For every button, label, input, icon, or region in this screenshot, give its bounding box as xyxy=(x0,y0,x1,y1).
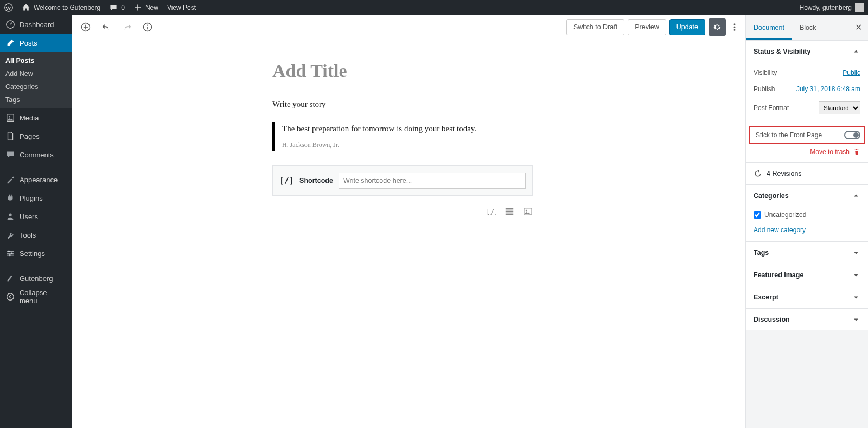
sidebar-item-dashboard[interactable]: Dashboard xyxy=(0,15,72,34)
redo-button[interactable] xyxy=(118,18,136,36)
visibility-value-link[interactable]: Public xyxy=(843,69,860,76)
svg-point-17 xyxy=(734,26,736,28)
comments-count: 0 xyxy=(121,4,125,11)
sidebar-item-appearance[interactable]: Appearance xyxy=(0,170,72,189)
panel-categories: Categories Uncategorized Add new categor… xyxy=(746,184,868,241)
svg-point-9 xyxy=(11,252,13,254)
editor-wrap: Switch to Draft Preview Update Add Title… xyxy=(72,15,868,428)
move-to-trash-link[interactable]: Move to trash xyxy=(746,148,868,162)
more-options-button[interactable] xyxy=(729,18,740,36)
sidebar-item-pages[interactable]: Pages xyxy=(0,127,72,145)
svg-point-8 xyxy=(8,251,10,253)
post-format-label: Post Format xyxy=(754,104,789,112)
panel-toggle-discussion[interactable]: Discussion xyxy=(746,309,868,330)
sidebar-sub-add-new[interactable]: Add New xyxy=(0,67,72,80)
editor-main: Switch to Draft Preview Update Add Title… xyxy=(72,15,745,428)
quote-text: The best preparation for tomorrow is doi… xyxy=(282,124,620,133)
sidebar-sub-tags[interactable]: Tags xyxy=(0,93,72,106)
svg-point-16 xyxy=(734,23,736,25)
publish-date-link[interactable]: July 31, 2018 6:48 am xyxy=(796,85,860,93)
panel-tags: Tags xyxy=(746,241,868,264)
sidebar-item-users[interactable]: Users xyxy=(0,207,72,226)
more-vertical-icon xyxy=(730,22,739,32)
preview-button[interactable]: Preview xyxy=(628,19,666,35)
shortcode-icon: [/] xyxy=(279,176,294,186)
revisions-link[interactable]: 4 Revisions xyxy=(746,162,868,184)
howdy-user[interactable]: Howdy, gutenberg xyxy=(799,3,864,12)
editor-body: Add Title Write your story The best prep… xyxy=(72,39,745,238)
site-home-link[interactable]: Welcome to Gutenberg xyxy=(22,3,100,12)
settings-toggle-button[interactable] xyxy=(709,18,726,36)
sidebar-item-media[interactable]: Media xyxy=(0,108,72,127)
list-inserter-icon[interactable] xyxy=(505,207,514,216)
svg-rect-15 xyxy=(147,27,148,29)
svg-point-18 xyxy=(734,29,736,30)
post-title-input[interactable]: Add Title xyxy=(272,61,620,81)
svg-rect-22 xyxy=(506,214,513,215)
svg-point-14 xyxy=(147,24,148,25)
sidebar-item-collapse[interactable]: Collapse menu xyxy=(0,288,72,306)
sidebar-sub-categories[interactable]: Categories xyxy=(0,80,72,93)
publish-label: Publish xyxy=(754,85,775,93)
update-button[interactable]: Update xyxy=(669,19,705,35)
chevron-down-icon xyxy=(852,315,860,324)
wordpress-logo[interactable] xyxy=(4,3,13,12)
svg-rect-20 xyxy=(506,208,513,210)
svg-point-10 xyxy=(9,254,11,257)
site-name: Welcome to Gutenberg xyxy=(34,4,100,11)
panel-toggle-featured-image[interactable]: Featured Image xyxy=(746,264,868,286)
info-button[interactable] xyxy=(139,18,156,36)
shortcode-input[interactable] xyxy=(339,173,526,189)
insert-block-button[interactable] xyxy=(77,18,94,36)
trash-icon xyxy=(853,148,860,156)
panel-toggle-excerpt[interactable]: Excerpt xyxy=(746,286,868,308)
shortcode-label: Shortcode xyxy=(299,177,333,184)
comments-link[interactable]: 0 xyxy=(109,3,125,12)
shortcode-block[interactable]: [/] Shortcode xyxy=(272,165,533,196)
panel-excerpt: Excerpt xyxy=(746,286,868,308)
block-inserter-strip: [/] xyxy=(272,207,533,216)
quote-block[interactable]: The best preparation for tomorrow is doi… xyxy=(272,122,620,151)
undo-button[interactable] xyxy=(98,18,115,36)
panel-toggle-tags[interactable]: Tags xyxy=(746,242,868,264)
svg-point-11 xyxy=(7,293,14,301)
sidebar-item-comments[interactable]: Comments xyxy=(0,145,72,164)
settings-sidebar: Document Block ✕ Status & Visibility Vis… xyxy=(745,15,868,428)
tab-block[interactable]: Block xyxy=(792,15,824,40)
category-uncategorized[interactable]: Uncategorized xyxy=(754,209,860,221)
admin-sidebar: Dashboard Posts All Posts Add New Catego… xyxy=(0,15,72,428)
panel-toggle-status[interactable]: Status & Visibility xyxy=(746,41,868,62)
view-post-link[interactable]: View Post xyxy=(167,4,196,11)
switch-to-draft-button[interactable]: Switch to Draft xyxy=(566,19,624,35)
close-icon: ✕ xyxy=(855,23,862,32)
sidebar-posts-submenu: All Posts Add New Categories Tags xyxy=(0,52,72,108)
panel-toggle-categories[interactable]: Categories xyxy=(746,185,868,207)
svg-text:[/]: [/] xyxy=(486,208,496,216)
svg-point-4 xyxy=(9,214,11,216)
history-icon xyxy=(754,169,762,178)
add-category-link[interactable]: Add new category xyxy=(754,221,806,234)
panel-featured-image: Featured Image xyxy=(746,264,868,286)
sidebar-sub-all-posts[interactable]: All Posts xyxy=(0,54,72,67)
tab-document[interactable]: Document xyxy=(746,15,792,40)
sidebar-item-tools[interactable]: Tools xyxy=(0,226,72,244)
sidebar-tabs: Document Block ✕ xyxy=(746,15,868,40)
chevron-up-icon xyxy=(852,191,860,200)
category-checkbox[interactable] xyxy=(754,211,761,219)
close-sidebar-button[interactable]: ✕ xyxy=(848,22,868,33)
new-link[interactable]: New xyxy=(133,3,158,12)
paragraph-block[interactable]: Write your story xyxy=(272,100,620,109)
gear-icon xyxy=(712,22,722,32)
svg-point-3 xyxy=(9,116,10,118)
post-format-select[interactable]: Standard xyxy=(819,101,860,114)
shortcode-inserter-icon[interactable]: [/] xyxy=(486,207,496,216)
sidebar-item-posts[interactable]: Posts xyxy=(0,34,72,52)
panel-discussion: Discussion xyxy=(746,308,868,330)
sidebar-item-plugins[interactable]: Plugins xyxy=(0,189,72,207)
sidebar-item-gutenberg[interactable]: Gutenberg xyxy=(0,269,72,288)
image-inserter-icon[interactable] xyxy=(523,207,533,216)
admin-toolbar: Welcome to Gutenberg 0 New View Post How… xyxy=(0,0,868,15)
sidebar-item-settings[interactable]: Settings xyxy=(0,244,72,263)
svg-rect-21 xyxy=(506,211,513,213)
stick-toggle[interactable] xyxy=(844,131,860,139)
